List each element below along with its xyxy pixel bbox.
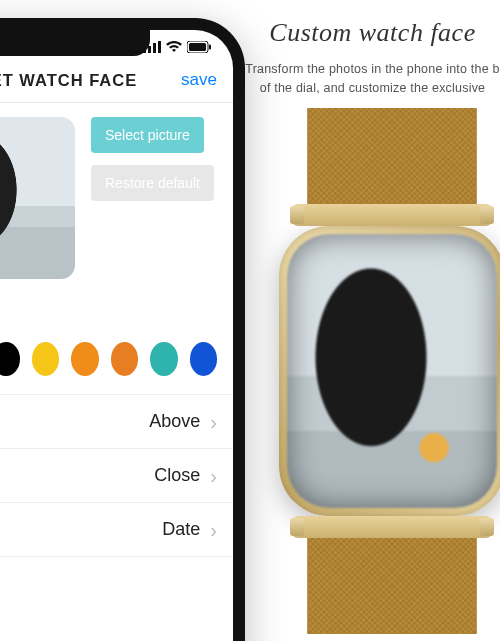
color-swatch-yellow[interactable] xyxy=(32,342,60,376)
marketing-title: Custom watch face xyxy=(245,18,500,48)
marketing-sub-line1: Transform the photos in the phone into t… xyxy=(245,62,499,76)
restore-default-button[interactable]: Restore default xyxy=(91,165,214,201)
phone-frame: 17 cel SET WATCH FACE save Select pic xyxy=(0,18,245,641)
watch-screen xyxy=(287,234,497,508)
row-value-text: Date xyxy=(162,519,200,540)
row-time-below[interactable]: w Time Date › xyxy=(0,503,233,557)
settings-rows: Position Above › e Time Close › w Time D… xyxy=(0,394,233,557)
color-swatches xyxy=(0,338,233,394)
save-button[interactable]: save xyxy=(181,70,217,90)
select-picture-button[interactable]: Select picture xyxy=(91,117,204,153)
color-swatch-teal[interactable] xyxy=(150,342,178,376)
face-area: Select picture Restore default xyxy=(0,103,233,297)
phone-screen: 17 cel SET WATCH FACE save Select pic xyxy=(0,30,233,641)
svg-rect-6 xyxy=(209,45,211,50)
watch-strap-top xyxy=(307,108,477,204)
row-value-text: Above xyxy=(149,411,200,432)
status-right xyxy=(143,40,211,56)
chevron-right-icon: › xyxy=(210,466,217,486)
chevron-right-icon: › xyxy=(210,520,217,540)
svg-rect-1 xyxy=(148,46,151,53)
svg-rect-5 xyxy=(189,43,206,51)
chevron-right-icon: › xyxy=(210,412,217,432)
phone-notch xyxy=(0,30,150,56)
watch-strap-bottom xyxy=(307,538,477,634)
nav-bar: cel SET WATCH FACE save xyxy=(0,60,233,103)
row-value: Above › xyxy=(149,411,217,432)
color-swatch-orange-2[interactable] xyxy=(111,342,139,376)
smartwatch xyxy=(272,108,500,634)
svg-rect-2 xyxy=(153,43,156,53)
marketing-subtitle: Transform the photos in the phone into t… xyxy=(245,60,500,99)
marketing-sub-line2: of the dial, and customize the exclusive xyxy=(260,81,485,95)
watch-lug-top xyxy=(292,204,492,226)
row-time-top[interactable]: e Time Close › xyxy=(0,449,233,503)
page-title: SET WATCH FACE xyxy=(0,71,137,90)
wifi-icon xyxy=(166,40,182,56)
watch-case xyxy=(279,226,500,516)
svg-rect-3 xyxy=(158,41,161,53)
face-buttons: Select picture Restore default xyxy=(91,117,217,279)
color-swatch-black-2[interactable] xyxy=(0,342,20,376)
color-swatch-blue[interactable] xyxy=(190,342,218,376)
battery-icon xyxy=(187,40,211,56)
watchface-preview[interactable] xyxy=(0,117,75,279)
row-position[interactable]: Position Above › xyxy=(0,395,233,449)
row-value: Close › xyxy=(154,465,217,486)
watch-lug-bottom xyxy=(292,516,492,538)
color-section-label: Color xyxy=(0,297,233,338)
row-value: Date › xyxy=(162,519,217,540)
color-swatch-orange-1[interactable] xyxy=(71,342,99,376)
row-value-text: Close xyxy=(154,465,200,486)
